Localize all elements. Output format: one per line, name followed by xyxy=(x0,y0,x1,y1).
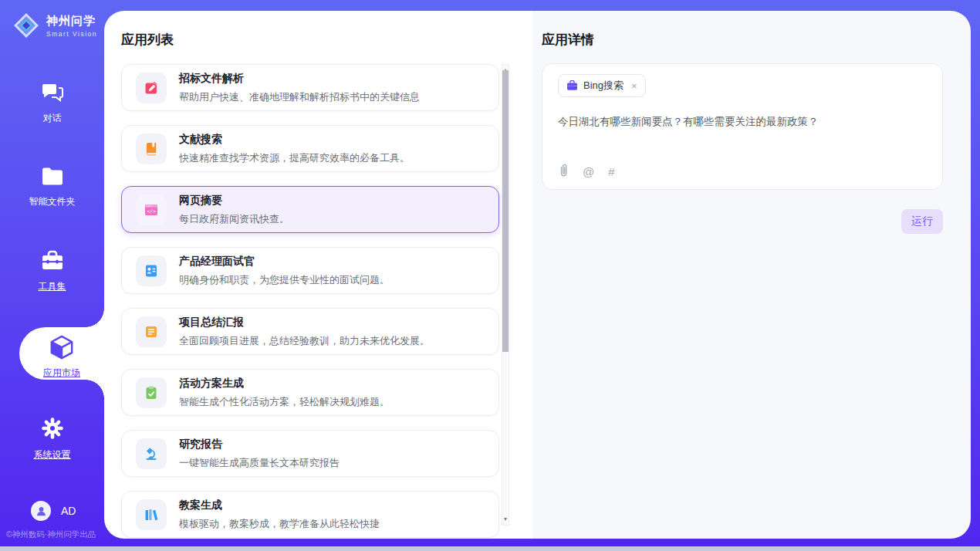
window-bottom-edge xyxy=(0,546,980,551)
app-card-title: 文献搜索 xyxy=(179,133,410,147)
app-card-title: 招标文件解析 xyxy=(179,72,420,86)
webpage-code-icon: </> xyxy=(136,194,167,225)
tool-chip-label: Bing搜索 xyxy=(583,79,623,93)
chat-icon xyxy=(41,82,64,103)
interviewer-document-icon xyxy=(136,255,167,286)
app-list-scrollbar[interactable]: ▲ ▼ xyxy=(502,64,509,526)
app-card-web-summary[interactable]: </> 网页摘要 每日政府新闻资讯快查。 xyxy=(121,186,499,233)
app-detail-panel: 应用详情 Bing搜索 × 今日湖北有哪些新闻要点？有哪些需要关注的最新政策？ xyxy=(532,11,971,539)
app-card-description: 全面回顾项目进展，总结经验教训，助力未来优化发展。 xyxy=(179,334,430,348)
svg-text:</>: </> xyxy=(147,208,156,215)
app-card-project-summary[interactable]: 项目总结汇报 全面回顾项目进展，总结经验教训，助力未来优化发展。 xyxy=(121,308,499,355)
toolbox-icon xyxy=(40,250,65,272)
sidebar-item-app-market[interactable]: 应用市场 xyxy=(19,327,104,380)
user-name: AD xyxy=(61,505,76,517)
app-card-title: 教案生成 xyxy=(179,499,380,512)
app-card-title: 产品经理面试官 xyxy=(179,255,390,269)
person-icon xyxy=(35,505,47,517)
chip-close-icon[interactable]: × xyxy=(631,80,637,92)
folder-icon xyxy=(40,167,65,187)
microscope-icon xyxy=(136,438,167,469)
attachment-icon[interactable] xyxy=(559,164,569,179)
app-logo: 神州问学 Smart Vision xyxy=(12,12,97,39)
app-list-title: 应用列表 xyxy=(121,31,174,49)
copyright-text: ©神州数码·神州问学出品 xyxy=(6,529,96,540)
app-card-description: 快速精准查找学术资源，提高研究效率的必备工具。 xyxy=(179,151,410,165)
sidebar: 神州问学 Smart Vision 对话 智能文件夹 xyxy=(0,0,104,546)
scrollbar-down-icon[interactable]: ▼ xyxy=(503,515,509,524)
sidebar-item-label: 工具集 xyxy=(0,280,104,293)
app-card-description: 帮助用户快速、准确地理解和解析招标书中的关键信息 xyxy=(179,90,420,104)
clipboard-check-icon xyxy=(136,377,167,408)
document-edit-icon xyxy=(136,73,167,103)
gear-icon xyxy=(41,417,64,440)
app-card-bid-analysis[interactable]: 招标文件解析 帮助用户快速、准确地理解和解析招标书中的关键信息 xyxy=(121,64,499,111)
editor-toolbar: @ # xyxy=(559,164,615,179)
logo-subtitle: Smart Vision xyxy=(46,30,97,38)
sidebar-item-smart-folder[interactable]: 智能文件夹 xyxy=(0,167,104,208)
briefcase-icon xyxy=(566,80,578,91)
app-card-description: 一键智能生成高质量长文本研究报告 xyxy=(179,456,340,470)
app-card-literature-search[interactable]: 文献搜索 快速精准查找学术资源，提高研究效率的必备工具。 xyxy=(121,125,499,172)
logo-title: 神州问学 xyxy=(46,14,97,29)
question-text[interactable]: 今日湖北有哪些新闻要点？有哪些需要关注的最新政策？ xyxy=(558,115,927,130)
app-detail-title: 应用详情 xyxy=(542,31,594,49)
content-frame: 应用列表 招标文件解析 帮助用户快速、准确地理解和解析招标书中的关键信息 xyxy=(104,11,971,539)
scrollbar-thumb[interactable] xyxy=(502,70,509,352)
sidebar-item-chat[interactable]: 对话 xyxy=(0,82,104,125)
user-account[interactable]: AD xyxy=(31,501,76,521)
app-card-description: 明确身份和职责，为您提供专业性的面试问题。 xyxy=(179,273,390,287)
app-card-title: 网页摘要 xyxy=(179,194,289,208)
app-list-panel: 应用列表 招标文件解析 帮助用户快速、准确地理解和解析招标书中的关键信息 xyxy=(104,11,532,539)
app-card-description: 智能生成个性化活动方案，轻松解决规划难题。 xyxy=(179,395,390,409)
avatar xyxy=(31,501,51,521)
app-card-title: 研究报告 xyxy=(179,438,340,451)
books-icon xyxy=(136,499,167,530)
sidebar-item-label: 应用市场 xyxy=(19,367,104,380)
app-card-pm-interviewer[interactable]: 产品经理面试官 明确身份和职责，为您提供专业性的面试问题。 xyxy=(121,247,499,294)
report-note-icon xyxy=(136,316,167,347)
app-card-research-report[interactable]: 研究报告 一键智能生成高质量长文本研究报告 xyxy=(121,430,499,477)
app-card-event-plan[interactable]: 活动方案生成 智能生成个性化活动方案，轻松解决规划难题。 xyxy=(121,369,499,416)
run-button[interactable]: 运行 xyxy=(901,209,943,234)
sidebar-item-toolset[interactable]: 工具集 xyxy=(0,250,104,293)
sidebar-item-label: 系统设置 xyxy=(0,448,104,461)
app-card-description: 每日政府新闻资讯快查。 xyxy=(179,212,289,226)
sidebar-item-label: 对话 xyxy=(0,112,104,125)
sidebar-item-label: 智能文件夹 xyxy=(0,195,104,208)
tool-chip-bing-search[interactable]: Bing搜索 × xyxy=(558,74,646,97)
hash-icon[interactable]: # xyxy=(608,165,614,178)
sidebar-item-settings[interactable]: 系统设置 xyxy=(0,417,104,461)
cube-icon xyxy=(49,335,74,361)
mention-icon[interactable]: @ xyxy=(583,165,594,178)
prompt-editor[interactable]: Bing搜索 × 今日湖北有哪些新闻要点？有哪些需要关注的最新政策？ @ # xyxy=(542,63,943,190)
app-card-title: 项目总结汇报 xyxy=(179,316,430,330)
app-card-list: 招标文件解析 帮助用户快速、准确地理解和解析招标书中的关键信息 文献搜索 快速精… xyxy=(121,64,499,539)
logo-diamond-icon xyxy=(12,12,40,39)
app-card-title: 活动方案生成 xyxy=(179,377,390,390)
app-card-description: 模板驱动，教案秒成，教学准备从此轻松快捷 xyxy=(179,517,380,531)
app-card-lesson-plan[interactable]: 教案生成 模板驱动，教案秒成，教学准备从此轻松快捷 xyxy=(121,491,499,538)
book-icon xyxy=(136,134,167,164)
